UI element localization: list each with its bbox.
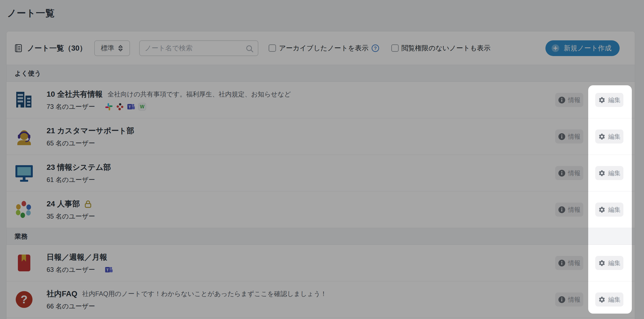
info-icon [558, 296, 565, 303]
info-button[interactable]: 情報 [555, 203, 583, 217]
note-title: 10 全社共有情報 [47, 89, 103, 99]
edit-button-label: 編集 [608, 259, 621, 267]
edit-button[interactable]: 編集 [595, 93, 623, 107]
note-title: 社内FAQ [47, 289, 77, 299]
sort-updown-icon [118, 45, 123, 52]
note-description: 全社向けの共有事項です。福利厚生、社内規定、お知らせなど [108, 90, 291, 99]
note-row[interactable]: 24 人事部 35 名のユーザー 情報 編集 [6, 191, 635, 228]
edit-button[interactable]: 編集 [595, 292, 623, 307]
note-row[interactable]: 21 カスタマーサポート部 65 名のユーザー 情報 編集 [6, 118, 635, 155]
lock-icon [84, 200, 92, 208]
plus-circle-icon [551, 44, 560, 52]
gear-icon [598, 133, 606, 140]
toolbar: ノート一覧（30） 標準 アーカイブしたノートを表示 ? 閲覧権限のないノートも… [6, 31, 635, 65]
note-title: 24 人事部 [47, 199, 80, 209]
user-count: 73 名のユーザー [47, 102, 95, 111]
gear-icon [598, 96, 606, 104]
svg-text:T: T [106, 268, 109, 272]
edit-button[interactable]: 編集 [595, 129, 623, 144]
note-title: 23 情報システム部 [47, 162, 111, 172]
no-permission-checkbox-label: 閲覧権限のないノートも表示 [402, 44, 491, 53]
info-button-label: 情報 [568, 132, 581, 141]
gear-icon [598, 259, 606, 267]
note-book-icon [14, 44, 23, 53]
note-description: 社内FAQ用のノートです！わからないことがあったらまずここを確認しましょう！ [82, 289, 327, 298]
gear-icon [598, 206, 606, 213]
info-button-label: 情報 [568, 295, 581, 304]
new-note-button-label: 新規ノート作成 [564, 44, 612, 53]
slack-icon [105, 103, 113, 111]
user-count: 61 名のユーザー [47, 175, 95, 184]
red-book-icon [15, 254, 34, 272]
building-icon [15, 91, 34, 109]
teams-icon: T [127, 103, 135, 111]
page-title: ノート一覧 [7, 7, 55, 19]
section-header-work: 業務 [6, 228, 635, 245]
info-button[interactable]: 情報 [555, 256, 583, 270]
user-count: 65 名のユーザー [47, 139, 95, 148]
flower-app-icon [116, 103, 124, 111]
archived-checkbox[interactable] [269, 44, 276, 52]
monitor-icon [15, 164, 34, 182]
section-header-favorites: よく使う [6, 65, 635, 82]
new-note-button[interactable]: 新規ノート作成 [545, 40, 620, 56]
help-icon[interactable]: ? [371, 44, 379, 52]
svg-text:W: W [140, 104, 145, 109]
info-button-label: 情報 [568, 169, 581, 177]
info-button-label: 情報 [568, 96, 581, 104]
svg-text:?: ? [21, 293, 28, 306]
info-icon [558, 133, 565, 140]
sort-select-value: 標準 [101, 44, 114, 53]
gear-icon [598, 296, 606, 303]
edit-button[interactable]: 編集 [595, 166, 623, 180]
note-title: 日報／週報／月報 [47, 252, 107, 262]
search-box [139, 40, 258, 56]
edit-button-label: 編集 [608, 132, 621, 141]
info-button[interactable]: 情報 [555, 129, 583, 144]
note-row[interactable]: ? 社内FAQ 社内FAQ用のノートです！わからないことがあったらまずここを確認… [6, 281, 635, 318]
no-permission-checkbox[interactable] [391, 44, 399, 52]
info-button[interactable]: 情報 [555, 166, 583, 180]
edit-button[interactable]: 編集 [595, 256, 623, 270]
question-circle-icon: ? [15, 291, 34, 308]
archived-checkbox-label: アーカイブしたノートを表示 [279, 44, 368, 53]
svg-text:T: T [129, 105, 131, 109]
no-permission-checkbox-group[interactable]: 閲覧権限のないノートも表示 [391, 44, 491, 53]
info-button-label: 情報 [568, 259, 581, 267]
info-button-label: 情報 [568, 206, 581, 214]
user-count: 63 名のユーザー [47, 265, 95, 274]
info-icon [558, 96, 565, 104]
info-button[interactable]: 情報 [555, 93, 583, 107]
info-icon [558, 206, 565, 213]
user-count: 35 名のユーザー [47, 212, 95, 221]
note-row[interactable]: 23 情報システム部 61 名のユーザー 情報 編集 [6, 155, 635, 191]
sort-select[interactable]: 標準 [94, 40, 130, 56]
teams-icon: T [105, 266, 113, 274]
search-icon [245, 44, 254, 54]
edit-button-label: 編集 [608, 206, 621, 214]
note-list-count-label: ノート一覧（30） [27, 43, 87, 53]
headset-person-icon [15, 128, 34, 145]
gear-icon [598, 170, 606, 177]
works-icon: W [138, 103, 146, 111]
edit-button-label: 編集 [608, 169, 621, 177]
info-button[interactable]: 情報 [555, 292, 583, 307]
search-input[interactable] [140, 41, 258, 56]
archived-checkbox-group[interactable]: アーカイブしたノートを表示 ? [269, 44, 379, 53]
people-dots-icon [15, 201, 34, 219]
edit-button-label: 編集 [608, 295, 621, 304]
svg-text:?: ? [374, 46, 376, 51]
note-row[interactable]: 日報／週報／月報 63 名のユーザー T 情報 編集 [6, 245, 635, 281]
note-list-card: ノート一覧（30） 標準 アーカイブしたノートを表示 ? 閲覧権限のないノートも… [6, 31, 635, 319]
edit-button-label: 編集 [608, 96, 621, 104]
user-count: 66 名のユーザー [47, 302, 95, 311]
note-row[interactable]: 10 全社共有情報 全社向けの共有事項です。福利厚生、社内規定、お知らせなど 7… [6, 82, 635, 118]
edit-button[interactable]: 編集 [595, 203, 623, 217]
note-title: 21 カスタマーサポート部 [47, 126, 134, 136]
info-icon [558, 170, 565, 177]
info-icon [558, 259, 565, 267]
